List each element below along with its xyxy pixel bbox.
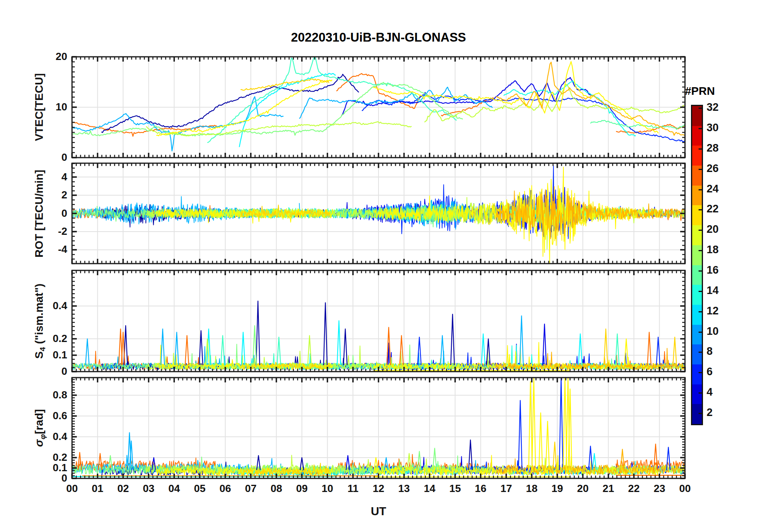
event-spike-prn20 [539, 413, 543, 470]
colorbar-block [692, 364, 702, 384]
colorbar-tick-label: 14 [707, 284, 735, 297]
event-spike-prn10 [86, 339, 89, 365]
x-tick-label: 09 [289, 482, 315, 495]
colorbar-tick-label: 20 [707, 223, 735, 236]
colorbar-tick-label: 32 [707, 101, 735, 114]
colorbar-block [692, 225, 702, 245]
x-tick-label: 13 [391, 482, 417, 495]
event-spike-prn2 [324, 303, 327, 365]
event-spike-prn6 [559, 378, 563, 470]
colorbar-tick-label: 2 [707, 406, 735, 419]
colorbar-block [692, 186, 702, 206]
colorbar-tick-label: 24 [707, 183, 735, 195]
x-tick-label: 03 [136, 482, 162, 495]
colorbar-tick-label: 22 [707, 203, 735, 215]
colorbar-tick-label: 8 [707, 345, 735, 358]
x-tick-label: 14 [417, 482, 443, 495]
colorbar-tick [699, 230, 702, 231]
x-tick-label: 08 [264, 482, 289, 495]
colorbar-tick [699, 392, 702, 394]
event-spike-prn20 [532, 378, 536, 470]
event-spike-prn2 [344, 329, 347, 365]
event-spike-prn4 [543, 324, 546, 365]
event-spike-prn12 [337, 321, 341, 365]
event-spike-prn10 [175, 332, 178, 365]
event-spike-prn14 [221, 336, 224, 365]
x-tick-label: 22 [621, 482, 647, 495]
colorbar-tick-label: 30 [707, 122, 735, 134]
colorbar-tick-label: 6 [707, 366, 735, 378]
x-tick-label: 21 [596, 482, 621, 495]
event-spike-prn2 [451, 314, 455, 365]
x-tick-label: 07 [238, 482, 264, 495]
event-spike-prn24 [647, 332, 651, 365]
colorbar-tick [699, 352, 702, 353]
colorbar-block [692, 205, 702, 225]
colorbar-tick [699, 108, 702, 109]
x-tick-label: 10 [314, 482, 340, 495]
x-tick-label: 15 [443, 482, 468, 495]
vtec-trace-prn20 [373, 62, 658, 133]
x-tick-label: 20 [570, 482, 596, 495]
colorbar-block [692, 265, 702, 285]
colorbar-tick [699, 209, 702, 210]
event-spike-prn6 [519, 400, 522, 470]
colorbar-tick [699, 128, 702, 129]
x-tick-label: 11 [340, 482, 366, 495]
colorbar-block [692, 344, 702, 364]
y-axis-label-sigma_phi: σφ[rad] [31, 344, 48, 512]
colorbar-tick-label: 4 [707, 386, 735, 398]
vtec-trace-prn18 [425, 84, 684, 122]
colorbar-block [692, 285, 702, 305]
colorbar-block [692, 305, 702, 325]
vtec-trace-prn20 [156, 80, 332, 136]
colorbar-tick [699, 372, 702, 373]
plot-svg [0, 0, 761, 532]
colorbar-tick-label: 28 [707, 142, 735, 154]
event-spike-prn10 [161, 329, 164, 365]
event-spike-prn10 [441, 336, 444, 365]
colorbar-tick [699, 311, 702, 312]
x-tick-label: 16 [468, 482, 493, 495]
x-tick-label: 18 [519, 482, 545, 495]
colorbar-tick [699, 332, 702, 333]
colorbar-block [692, 245, 702, 265]
x-tick-label: 00 [672, 482, 698, 495]
colorbar-block [692, 384, 702, 404]
event-spike-prn6 [667, 447, 670, 470]
colorbar-tick [699, 169, 702, 170]
event-spike-prn24 [185, 336, 189, 365]
x-tick-label: 06 [212, 482, 238, 495]
colorbar-tick [699, 148, 702, 150]
x-tick-label: 04 [161, 482, 187, 495]
event-spike-prn21 [673, 337, 677, 365]
colorbar-tick [699, 413, 702, 414]
colorbar-tick-label: 10 [707, 325, 735, 338]
colorbar-block [692, 325, 702, 345]
vtec-trace-prn12 [239, 73, 336, 147]
event-spike-prn10 [520, 316, 523, 365]
colorbar-tick [699, 270, 702, 272]
colorbar-tick-label: 26 [707, 162, 735, 175]
vtec-trace-prn14 [207, 57, 457, 143]
x-tick-label: 02 [110, 482, 136, 495]
figure-glonass-scintillation: 20220310-UiB-BJN-GLONASS UT #PRN 0001020… [0, 0, 761, 532]
x-tick-label: 23 [647, 482, 672, 495]
x-tick-label: 19 [545, 482, 570, 495]
event-spike-prn24 [98, 454, 102, 470]
colorbar-tick-label: 16 [707, 264, 735, 276]
vtec-trace-prn10 [299, 87, 493, 119]
colorbar [691, 105, 703, 425]
colorbar-tick-label: 12 [707, 305, 735, 317]
x-tick-label: 05 [187, 482, 212, 495]
x-tick-label: 17 [493, 482, 519, 495]
colorbar-tick-label: 18 [707, 244, 735, 256]
gridlines [72, 57, 685, 478]
event-spike-prn20 [546, 421, 549, 470]
x-tick-label: 12 [366, 482, 391, 495]
event-spike-prn12 [241, 332, 245, 365]
colorbar-tick [699, 189, 702, 190]
x-tick-label: 01 [85, 482, 110, 495]
colorbar-block [692, 106, 702, 126]
event-spike-prn14 [277, 337, 281, 365]
